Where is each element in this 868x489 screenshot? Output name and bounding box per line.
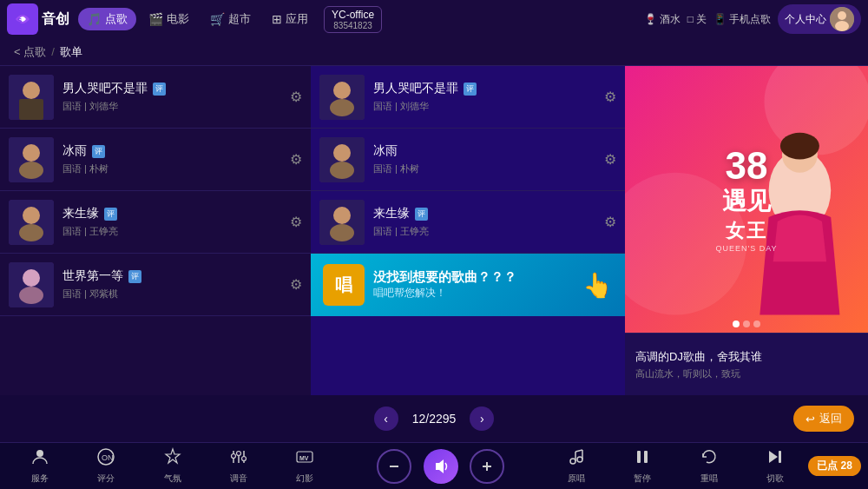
- promo-sub2: QUEEN'S DAY: [715, 244, 777, 253]
- song-list-right: 男人哭吧不是罪 评 国语 | 刘德华 ⚙: [311, 66, 625, 395]
- top-nav: S 音创 🎵 点歌 🎬 电影 🛒 超市 ⊞ 应用 YC-office 83541…: [0, 0, 868, 38]
- bottom-pause[interactable]: 暂停: [609, 443, 675, 489]
- audio-label: 调音: [230, 472, 247, 485]
- svg-point-47: [570, 459, 575, 464]
- vol-main-icon[interactable]: [424, 449, 458, 484]
- nav-close[interactable]: □ 关: [687, 12, 707, 27]
- song-item-left-2[interactable]: 冰雨 评 国语 | 朴树 ⚙: [0, 129, 311, 191]
- bottom-rating[interactable]: ON 评分: [73, 443, 139, 489]
- return-icon: ↩: [806, 413, 815, 426]
- songs-icon: 🎵: [87, 12, 102, 26]
- dj-info: 高调的DJ歌曲，舍我其谁 高山流水，听则以，致玩: [625, 333, 868, 395]
- original-icon: [567, 447, 586, 471]
- svg-point-19: [330, 99, 354, 116]
- ad-icon: 唱: [323, 264, 365, 306]
- ad-banner[interactable]: 唱 没找到想要的歌曲？？？ 唱吧帮您解决！ 👆: [311, 254, 625, 316]
- bottom-vol-down[interactable]: [372, 443, 418, 489]
- nav-apps[interactable]: ⊞ 应用: [263, 8, 317, 30]
- return-button[interactable]: ↩ 返回: [793, 406, 854, 432]
- promo-image: 38 遇见 女王 QUEEN'S DAY: [625, 66, 868, 333]
- song-info-1: 男人哭吧不是罪 评 国语 | 刘德华: [62, 81, 281, 113]
- bottom-original[interactable]: 原唱: [543, 443, 609, 489]
- promo-dot-2[interactable]: [743, 320, 750, 327]
- svg-point-25: [330, 224, 354, 241]
- song-title-1: 男人哭吧不是罪: [62, 81, 148, 96]
- next-page-button[interactable]: ›: [470, 406, 494, 431]
- song-info-3: 来生缘 评 国语 | 王铮亮: [62, 206, 281, 238]
- svg-text:ON: ON: [102, 453, 114, 462]
- song-meta-r1: 国语 | 刘德华: [373, 100, 595, 113]
- promo-dot-1[interactable]: [733, 320, 740, 327]
- song-item-right-1[interactable]: 男人哭吧不是罪 评 国语 | 刘德华 ⚙: [311, 66, 625, 129]
- svg-marker-54: [769, 451, 778, 463]
- nav-movies[interactable]: 🎬 电影: [140, 8, 198, 30]
- song-gear-r1[interactable]: ⚙: [604, 89, 616, 105]
- song-item-right-2[interactable]: 冰雨 国语 | 朴树 ⚙: [311, 129, 625, 191]
- ad-hand-icon: 👆: [582, 271, 613, 300]
- song-gear-r3[interactable]: ⚙: [604, 214, 616, 230]
- svg-point-31: [780, 133, 819, 160]
- svg-point-12: [23, 207, 40, 224]
- bottom-next[interactable]: 切歌: [742, 443, 808, 489]
- svg-point-22: [330, 162, 354, 179]
- song-thumb-r3: [319, 200, 365, 245]
- ad-text: 没找到想要的歌曲？？？ 唱吧帮您解决！: [373, 269, 516, 301]
- bottom-effect[interactable]: MV 幻影: [272, 443, 338, 489]
- song-info-2: 冰雨 评 国语 | 朴树: [62, 143, 281, 175]
- personal-btn[interactable]: 个人中心: [778, 4, 861, 34]
- queue-badge-item[interactable]: 已点 28: [808, 443, 861, 489]
- bottom-mood[interactable]: 气氛: [140, 443, 206, 489]
- svg-point-21: [333, 144, 351, 162]
- bottom-service[interactable]: 服务: [7, 443, 73, 489]
- song-gear-3[interactable]: ⚙: [290, 214, 302, 230]
- song-item-left-3[interactable]: 来生缘 评 国语 | 王铮亮 ⚙: [0, 191, 311, 254]
- promo-content: 38 遇见 女王 QUEEN'S DAY: [707, 138, 786, 261]
- svg-rect-55: [779, 451, 781, 463]
- dj-title: 高调的DJ歌曲，舍我其谁: [635, 349, 858, 365]
- vol-up-icon[interactable]: [470, 449, 504, 484]
- vol-down-icon[interactable]: [377, 449, 411, 484]
- drinks-label: 酒水: [660, 12, 681, 27]
- nav-supermarket-label: 超市: [228, 11, 251, 27]
- effect-label: 幻影: [296, 472, 313, 485]
- song-badge-4: 评: [128, 270, 141, 283]
- song-badge-2: 评: [92, 145, 105, 158]
- bottom-vol-main[interactable]: [418, 443, 464, 489]
- nav-supermarket[interactable]: 🛒 超市: [201, 8, 260, 30]
- breadcrumb-current: 歌单: [60, 44, 82, 60]
- return-label: 返回: [819, 411, 842, 426]
- song-item-left-1[interactable]: 男人哭吧不是罪 评 国语 | 刘德华 ⚙: [0, 66, 311, 129]
- svg-rect-7: [19, 99, 43, 120]
- promo-dot-3[interactable]: [753, 320, 760, 327]
- prev-page-button[interactable]: ‹: [374, 406, 398, 431]
- svg-point-10: [19, 162, 43, 179]
- song-gear-r2[interactable]: ⚙: [604, 151, 616, 168]
- promo-subtitle: 女王: [715, 218, 777, 244]
- song-info-4: 世界第一等 评 国语 | 邓紫棋: [62, 268, 281, 301]
- bottom-vol-up[interactable]: [464, 443, 510, 489]
- svg-point-32: [36, 450, 43, 457]
- song-gear-1[interactable]: ⚙: [290, 89, 302, 105]
- breadcrumb-back[interactable]: < 点歌: [14, 44, 46, 60]
- svg-point-15: [23, 269, 40, 287]
- song-gear-4[interactable]: ⚙: [290, 276, 302, 293]
- bottom-replay[interactable]: 重唱: [675, 443, 741, 489]
- next-icon: [766, 447, 785, 471]
- nav-mobile[interactable]: 📱 手机点歌: [713, 12, 771, 27]
- ad-title: 没找到想要的歌曲？？？: [373, 269, 516, 286]
- breadcrumb: < 点歌 / 歌单: [0, 38, 868, 66]
- song-title-3: 来生缘: [62, 206, 99, 221]
- service-label: 服务: [31, 472, 49, 485]
- replay-label: 重唱: [700, 472, 718, 485]
- song-gear-2[interactable]: ⚙: [290, 151, 302, 168]
- song-thumb-2: [9, 137, 54, 182]
- nav-songs[interactable]: 🎵 点歌: [78, 8, 136, 30]
- song-item-left-4[interactable]: 世界第一等 评 国语 | 邓紫棋 ⚙: [0, 254, 311, 316]
- rating-label: 评分: [97, 472, 115, 485]
- nav-drinks[interactable]: 🍷 酒水: [644, 12, 681, 27]
- svg-line-51: [575, 450, 582, 452]
- bottom-audio[interactable]: 调音: [206, 443, 272, 489]
- song-item-right-3[interactable]: 来生缘 评 国语 | 王铮亮 ⚙: [311, 191, 625, 254]
- song-thumb-3: [9, 200, 54, 245]
- wifi-id: 83541823: [333, 21, 372, 30]
